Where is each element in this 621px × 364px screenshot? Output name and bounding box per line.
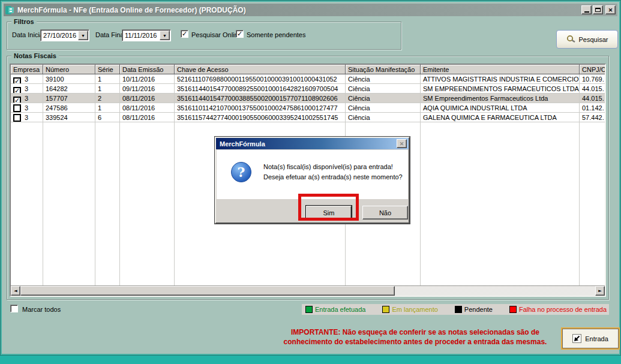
invoice-cell[interactable]: 1 [95, 103, 120, 113]
entry-button[interactable]: Entrada [562, 329, 619, 348]
invoice-row[interactable]: ✓3164282109/11/2016351611440154770008925… [11, 84, 605, 94]
grid-body: ✓339100110/11/20165216111076988000011955… [11, 74, 605, 122]
legend-item: Pendente [455, 306, 493, 313]
select-all-checkbox[interactable]: ✓ [10, 305, 18, 312]
start-date-value: 27/10/2016 [41, 30, 77, 41]
window-title: MerchFórmula - NFe (Entrada Online de Fo… [17, 6, 580, 14]
invoice-cell[interactable]: 2 [95, 94, 120, 103]
scrollbar-thumb[interactable] [20, 286, 395, 296]
dialog-message-line-2: Deseja efetuar a(s) entrada(s) neste mom… [263, 172, 403, 182]
invoice-cell[interactable]: 3516110114210700013755001000247586100012… [175, 103, 346, 113]
entry-arrow-icon [572, 334, 581, 343]
search-icon [566, 35, 576, 44]
search-online-checkbox[interactable]: ✓ [181, 30, 188, 38]
yes-button[interactable]: Sim [306, 206, 352, 219]
title-bar: MerchFórmula - NFe (Entrada Online de Fo… [4, 4, 617, 16]
invoice-cell[interactable]: 08/11/2016 [120, 113, 175, 122]
legend-color-square [382, 306, 389, 313]
end-date-dropdown-icon[interactable]: ▼ [160, 31, 170, 40]
invoice-cell[interactable]: 3516114401547700089255001000164282160970… [175, 84, 346, 94]
invoice-cell[interactable]: 247586 [43, 103, 95, 113]
invoice-cell[interactable]: 08/11/2016 [120, 94, 175, 103]
invoices-group-label: Notas Fiscais [11, 52, 59, 59]
invoice-cell[interactable]: ✓3 [11, 113, 43, 122]
invoice-row[interactable]: ✓339100110/11/20165216111076988000011955… [11, 74, 605, 84]
invoice-cell[interactable]: 1 [95, 84, 120, 94]
column-header-cnpj[interactable]: CNPJ/CI [580, 65, 605, 74]
row-checkbox[interactable]: ✓ [13, 87, 21, 94]
scroll-right-icon[interactable]: ► [595, 286, 605, 296]
invoice-cell[interactable]: 44.015. [580, 94, 605, 103]
end-date-combo[interactable]: 11/11/2016 ▼ [122, 29, 171, 41]
column-header-data[interactable]: Data Emissão [120, 65, 175, 74]
invoice-cell[interactable]: Ciência [346, 84, 421, 94]
invoice-row[interactable]: ✓3157707208/11/2016351611440154770003885… [11, 94, 605, 103]
invoice-cell[interactable]: Ciência [346, 74, 421, 84]
check-icon: ✓ [14, 98, 20, 103]
invoice-cell[interactable]: 3516115744277400019055006000339524100255… [175, 113, 346, 122]
invoice-cell[interactable]: SM EMPREENDIMENTOS FARMACEUTICOS LTDA [421, 84, 580, 94]
invoice-cell[interactable]: AQIA QUIMICA INDUSTRIAL LTDA [421, 103, 580, 113]
end-date-label: Data Final [95, 31, 125, 38]
search-button[interactable]: Pesquisar [556, 30, 618, 49]
maximize-button[interactable] [593, 5, 603, 14]
horizontal-scrollbar[interactable]: ◄ ► [11, 285, 605, 296]
invoice-cell[interactable]: 1 [95, 74, 120, 84]
invoice-cell[interactable]: 3516114401547700038855002000157707110890… [175, 94, 346, 103]
invoice-cell[interactable]: ✓3 [11, 74, 43, 84]
dialog-close-button[interactable]: ✕ [397, 139, 407, 148]
check-icon: ✓ [14, 79, 20, 84]
invoice-cell[interactable]: 44.015. [580, 84, 605, 94]
row-checkbox[interactable]: ✓ [13, 97, 21, 103]
dialog-title-bar: MerchFórmula ✕ [216, 138, 409, 149]
invoice-cell[interactable]: Ciência [346, 94, 421, 103]
warning-line-1: IMPORTANTE: Não esqueça de conferir se a… [271, 327, 560, 337]
start-date-combo[interactable]: 27/10/2016 ▼ [40, 29, 89, 41]
row-checkbox[interactable]: ✓ [13, 77, 21, 84]
no-button[interactable]: Não [362, 206, 408, 219]
invoice-cell[interactable]: GALENA QUIMICA E FARMACEUTICA LTDA [421, 113, 580, 122]
close-button[interactable]: ✕ [605, 5, 616, 14]
invoice-cell[interactable]: ✓3 [11, 103, 43, 113]
column-header-numero[interactable]: Número [43, 65, 95, 74]
filters-group-label: Filtros [11, 18, 37, 25]
invoice-cell[interactable]: 39100 [43, 74, 95, 84]
invoice-cell[interactable]: 10/11/2016 [120, 74, 175, 84]
dialog-message: Nota(s) fiscal(is) disponível(is) para e… [263, 162, 403, 182]
row-checkbox[interactable]: ✓ [13, 114, 21, 122]
invoice-cell[interactable]: SM Empreendimentos Farmaceuticos Ltda [421, 94, 580, 103]
invoice-cell[interactable]: 09/11/2016 [120, 84, 175, 94]
column-header-empresa[interactable]: Empresa [11, 65, 43, 74]
invoice-cell[interactable]: ✓3 [11, 84, 43, 94]
invoice-cell[interactable]: 57.442. [580, 113, 605, 122]
invoice-cell[interactable]: 339524 [43, 113, 95, 122]
start-date-dropdown-icon[interactable]: ▼ [78, 31, 88, 40]
scroll-left-icon[interactable]: ◄ [11, 286, 20, 296]
column-header-emitente[interactable]: Emitente [421, 65, 580, 74]
invoice-cell[interactable]: 08/11/2016 [120, 103, 175, 113]
invoice-cell[interactable]: ✓3 [11, 94, 43, 103]
invoice-cell[interactable]: 5216111076988000011955001000039100100043… [175, 74, 346, 84]
invoice-cell[interactable]: 10.769. [580, 74, 605, 84]
invoice-cell[interactable]: ATTIVOS MAGISTTRAIS INDUSTRIA E COMERCIO… [421, 74, 580, 84]
invoice-cell[interactable]: Ciência [346, 113, 421, 122]
column-header-situacao[interactable]: Situação Manifestação [346, 65, 421, 74]
end-date-value: 11/11/2016 [122, 30, 159, 41]
invoice-cell[interactable]: 157707 [43, 94, 95, 103]
close-icon: ✕ [608, 7, 613, 13]
grid-header-row: Empresa Número Série Data Emissão Chave … [11, 65, 605, 74]
yes-button-label: Sim [323, 209, 335, 216]
minimize-button[interactable] [581, 5, 592, 14]
scrollbar-track[interactable] [395, 286, 595, 296]
row-checkbox[interactable]: ✓ [13, 104, 21, 112]
invoice-cell[interactable]: Ciência [346, 103, 421, 113]
invoice-row[interactable]: ✓3339524608/11/2016351611574427740001905… [11, 113, 605, 122]
column-header-chave[interactable]: Chave de Acesso [175, 65, 346, 74]
invoice-cell[interactable]: 164282 [43, 84, 95, 94]
invoice-cell[interactable]: 01.142. [580, 103, 605, 113]
only-pending-checkbox[interactable]: ✓ [236, 30, 244, 38]
column-header-serie[interactable]: Série [95, 65, 120, 74]
select-all-label: Marcar todos [22, 306, 61, 313]
invoice-row[interactable]: ✓3247586108/11/2016351611011421070001375… [11, 103, 605, 113]
invoice-cell[interactable]: 6 [95, 113, 120, 122]
